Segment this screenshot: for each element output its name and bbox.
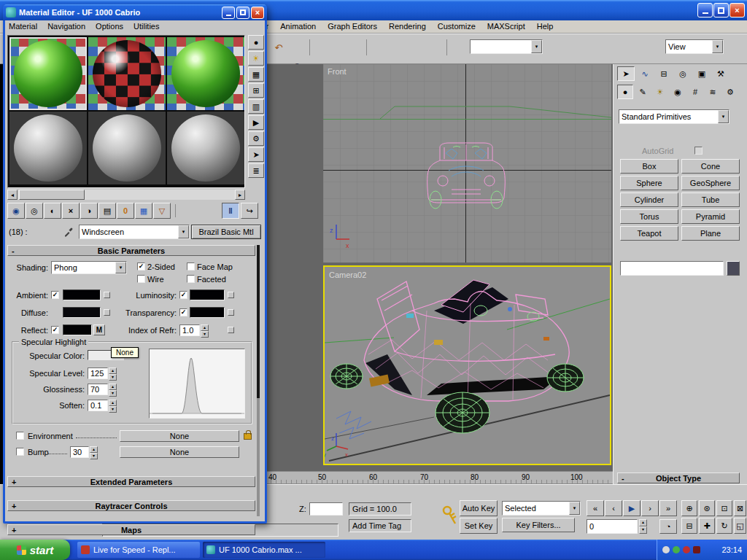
assign-material-to-selection-icon[interactable]: ◐ <box>44 203 61 219</box>
rollout-scrollbar[interactable] <box>257 245 260 516</box>
two-sided-checkbox[interactable]: ✓ <box>137 262 145 271</box>
category-helpers-icon[interactable]: # <box>687 85 703 99</box>
glossiness-spinner[interactable]: ▴▾ <box>109 384 117 395</box>
arc-rotate-icon[interactable]: ↻ <box>716 518 732 534</box>
z-coordinate-field[interactable] <box>309 502 343 516</box>
ior-field[interactable]: 1.0 <box>179 324 200 336</box>
environment-checkbox[interactable] <box>16 432 24 440</box>
scroll-left-icon[interactable]: ◂ <box>7 190 18 200</box>
main-minimize-button[interactable] <box>697 3 713 18</box>
primitive-button-torus[interactable]: Torus <box>620 209 678 224</box>
get-material-icon[interactable]: ◉ <box>7 203 25 219</box>
primitive-button-teapot[interactable]: Teapot <box>620 226 678 241</box>
menu-item-maxscript[interactable]: MAXScript <box>487 22 525 31</box>
camera-viewport-label[interactable]: Camera02 <box>329 271 366 279</box>
go-to-end-button[interactable]: » <box>659 500 677 516</box>
ior-spinner[interactable]: ▴▾ <box>201 324 209 336</box>
menu-item-utilities[interactable]: Utilities <box>133 22 159 31</box>
specular-level-spinner[interactable]: ▴▾ <box>109 368 117 379</box>
rollout-raytracer-controls[interactable]: +Raytracer Controls <box>7 500 255 511</box>
camera-viewport[interactable]: z x y <box>323 265 611 465</box>
camera-viewport-canvas[interactable]: z x y <box>325 267 610 464</box>
make-material-copy-icon[interactable]: ◑ <box>80 203 98 219</box>
category-systems-icon[interactable]: ⚙ <box>722 85 738 99</box>
material-options-icon[interactable]: ⚙ <box>248 131 264 146</box>
faceted-checkbox[interactable] <box>187 275 195 283</box>
tab-motion[interactable]: ◎ <box>674 66 692 81</box>
main-maximize-button[interactable] <box>713 3 729 18</box>
chevron-down-icon[interactable]: ▼ <box>115 262 126 273</box>
front-viewport-label[interactable]: Front <box>328 67 347 76</box>
show-map-in-viewport-icon[interactable]: ▦ <box>135 203 152 219</box>
rollout-object-type[interactable]: -Object Type <box>617 472 740 483</box>
zoom-region-icon[interactable]: ⊟ <box>681 518 697 534</box>
sample-slot-2[interactable] <box>88 37 166 110</box>
named-selection-dropdown[interactable]: ▼ <box>470 39 543 54</box>
wire-checkbox[interactable] <box>137 275 145 283</box>
category-shapes-icon[interactable]: ✎ <box>635 85 651 99</box>
tab-hierarchy[interactable]: ⊟ <box>655 66 673 81</box>
time-configuration-icon[interactable]: ◔ <box>659 519 677 534</box>
primitive-button-cone[interactable]: Cone <box>681 159 740 174</box>
select-by-material-icon[interactable]: ➤ <box>248 147 264 162</box>
go-to-start-button[interactable]: « <box>587 500 604 516</box>
window-close-button[interactable]: × <box>251 7 264 19</box>
video-color-check-icon[interactable]: ▥ <box>248 99 264 114</box>
environment-map-button[interactable]: None <box>120 430 239 442</box>
taskbar-task-lfs[interactable]: Live for Speed - Repl... <box>77 542 200 558</box>
sample-scrollbar[interactable]: ◂ ▸ <box>7 190 245 200</box>
tab-modify[interactable]: ∿ <box>636 66 654 81</box>
luminosity-checkbox[interactable]: ✓ <box>179 291 187 299</box>
menu-item-graph-editors[interactable]: Graph Editors <box>328 22 377 31</box>
ior-map-shortcut-button[interactable] <box>228 327 234 333</box>
material-id-channel-icon[interactable]: 0 <box>117 203 134 219</box>
key-filters-button[interactable]: Key Filters... <box>502 518 575 532</box>
ambient-checkbox[interactable]: ✓ <box>51 291 59 299</box>
taskbar-task-max[interactable]: UF 1000 Cabrio.max ... <box>203 542 325 558</box>
primitive-category-dropdown[interactable]: Standard Primitives▼ <box>619 109 729 124</box>
backlight-icon[interactable]: ☀ <box>248 51 264 66</box>
menu-item-customize[interactable]: Customize <box>438 22 476 31</box>
sample-slot-6[interactable] <box>167 112 244 184</box>
put-material-to-scene-icon[interactable]: ◎ <box>26 203 43 219</box>
bump-spinner[interactable]: ▴▾ <box>90 446 98 458</box>
face-map-checkbox[interactable] <box>187 262 195 271</box>
menu-item-rendering[interactable]: Rendering <box>389 22 426 31</box>
play-button[interactable]: ▶ <box>623 500 640 516</box>
category-cameras-icon[interactable]: ◉ <box>670 85 686 99</box>
set-key-button[interactable]: Set Key <box>460 518 498 534</box>
transparency-checkbox[interactable]: ✓ <box>179 308 187 316</box>
material-navigator-icon[interactable]: ≣ <box>248 163 264 178</box>
menu-item-animation[interactable]: Animation <box>280 22 316 31</box>
volume-icon[interactable] <box>662 546 670 553</box>
frame-spinner[interactable]: ▴▾ <box>639 519 647 534</box>
bump-checkbox[interactable] <box>16 448 24 456</box>
category-geometry-icon[interactable]: ● <box>617 85 633 99</box>
current-frame-field[interactable]: 0 <box>587 519 638 534</box>
luminosity-color-swatch[interactable] <box>190 289 225 300</box>
glossiness-field[interactable]: 70 <box>88 384 108 395</box>
reflect-checkbox[interactable]: ✓ <box>51 326 59 334</box>
start-button[interactable]: start <box>0 540 70 560</box>
go-to-parent-icon[interactable]: ‖ <box>222 203 239 219</box>
lock-icon[interactable] <box>244 433 252 440</box>
scroll-right-icon[interactable]: ▸ <box>235 190 245 200</box>
soften-field[interactable]: 0.1 <box>88 400 108 411</box>
timeline-ruler[interactable]: 40 50 60 70 80 90 100 <box>266 471 613 484</box>
material-type-button[interactable]: Brazil Basic Mtl <box>191 225 261 239</box>
tab-create[interactable]: ➤ <box>617 66 635 81</box>
soften-spinner[interactable]: ▴▾ <box>109 400 117 411</box>
chevron-down-icon[interactable]: ▼ <box>531 40 542 53</box>
chevron-down-icon[interactable]: ▼ <box>718 110 729 123</box>
ambient-color-swatch[interactable] <box>63 289 101 300</box>
make-preview-icon[interactable]: ▶ <box>248 115 264 130</box>
primitive-button-box[interactable]: Box <box>620 159 678 174</box>
next-frame-button[interactable]: › <box>641 500 659 516</box>
menu-item-material[interactable]: Material <box>9 22 37 31</box>
network-icon[interactable] <box>673 546 680 553</box>
ambient-map-shortcut-button[interactable] <box>104 292 110 298</box>
sample-slot-1[interactable] <box>9 37 87 110</box>
material-name-dropdown[interactable]: Windscreen▼ <box>79 225 190 239</box>
reflect-color-swatch[interactable] <box>63 324 92 335</box>
sample-tiling-icon[interactable]: ⊞ <box>248 83 264 98</box>
